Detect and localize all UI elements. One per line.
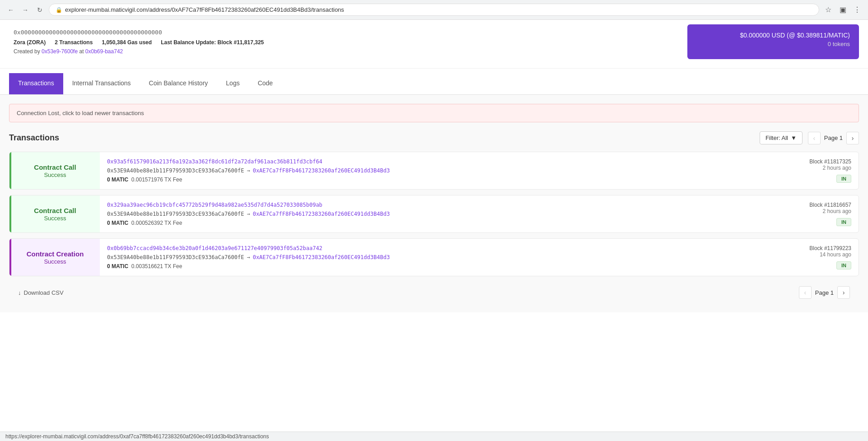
tx-direction-3: IN — [836, 261, 851, 269]
tx-from-1: 0x53E9A40be88e1b11F979593D3cE9336aCa7600… — [107, 167, 244, 174]
address-bar-url: explorer-mumbai.maticvigil.com/address/0… — [65, 6, 812, 13]
transactions-header: Transactions Filter: All ▼ ‹ Page 1 › — [9, 131, 859, 144]
tx-badge-1: Contract Call Success — [9, 152, 100, 189]
reload-button[interactable]: ↻ — [34, 5, 45, 15]
contract-created: Created by 0x53e9-7600fe at 0x0b69-baa74… — [14, 48, 683, 55]
browser-chrome: ← → ↻ 🔒 explorer-mumbai.maticvigil.com/a… — [0, 0, 868, 20]
tx-to-link-3[interactable]: 0xAE7Ca7fF8Fb46172383260af260EC491dd3B4B… — [253, 254, 390, 260]
connection-banner[interactable]: Connection Lost, click to load newer tra… — [9, 104, 859, 122]
chevron-down-icon: ▼ — [791, 135, 797, 141]
tx-badge-subtitle-2: Success — [44, 215, 66, 222]
tab-code[interactable]: Code — [249, 73, 282, 94]
tx-block-3: Block #11799223 — [809, 245, 851, 251]
tx-from-to-1: 0x53E9A40be88e1b11F979593D3cE9336aCa7600… — [107, 167, 779, 174]
tx-block-top-2: Block #11816657 2 hours ago — [809, 202, 851, 214]
extensions-button[interactable]: ▣ — [837, 5, 848, 15]
tx-time-1: 2 hours ago — [809, 165, 851, 171]
tx-hash-link-2[interactable]: 0x329aa39aec96cb19cbfc45772b529f9d48a982… — [107, 202, 322, 208]
tab-transactions[interactable]: Transactions — [9, 73, 63, 94]
tx-meta-1: Block #11817325 2 hours ago IN — [786, 152, 859, 189]
tx-hash-2: 0x329aa39aec96cb19cbfc45772b529f9d48a982… — [107, 202, 779, 208]
tx-matic-2: 0 MATIC — [107, 220, 128, 226]
tx-amount-2: 0 MATIC 0.000526392 TX Fee — [107, 220, 779, 226]
tx-hash-3: 0x0b69bb7ccacd94b34c6e3b20a0f1d46203a9e6… — [107, 245, 779, 251]
page-wrapper: 0x00000000000000000000000000000000000000… — [0, 20, 868, 440]
tx-badge-title-2: Contract Call — [34, 206, 76, 215]
prev-page-button-top[interactable]: ‹ — [808, 132, 821, 144]
tx-badge-subtitle-3: Success — [44, 258, 66, 265]
prev-page-button-bottom[interactable]: ‹ — [799, 286, 812, 299]
gas-used: 1,050,384 Gas used — [102, 39, 152, 46]
footer-bar: ↓ Download CSV ‹ Page 1 › — [9, 282, 859, 303]
bottom-pagination: ‹ Page 1 › — [799, 286, 850, 299]
forward-button[interactable]: → — [20, 5, 31, 15]
page-label-bottom: Page 1 — [815, 289, 834, 296]
token-name: Zora (ZORA) — [14, 39, 46, 46]
contract-meta: Zora (ZORA) 2 Transactions 1,050,384 Gas… — [14, 39, 683, 46]
usd-value: $0.000000 USD (@ $0.389811/MATIC) — [696, 32, 850, 39]
address-bar[interactable]: 🔒 explorer-mumbai.maticvigil.com/address… — [49, 4, 819, 16]
tab-logs[interactable]: Logs — [217, 73, 248, 94]
tab-coin-balance-history[interactable]: Coin Balance History — [140, 73, 217, 94]
tx-amount-1: 0 MATIC 0.001571976 TX Fee — [107, 176, 779, 183]
header-right: Filter: All ▼ ‹ Page 1 › — [760, 131, 859, 144]
tx-details-2: 0x329aa39aec96cb19cbfc45772b529f9d48a982… — [100, 195, 786, 232]
tx-hash-link-1[interactable]: 0x93a5f61579016a213f6a192a3a362f8dc61df2… — [107, 158, 322, 165]
main-content: Connection Lost, click to load newer tra… — [0, 95, 868, 312]
tx-block-2: Block #11816657 — [809, 202, 851, 208]
tx-details-3: 0x0b69bb7ccacd94b34c6e3b20a0f1d46203a9e6… — [100, 239, 786, 276]
tx-matic-1: 0 MATIC — [107, 176, 128, 183]
balance-update: Last Balance Update: Block #11,817,325 — [161, 39, 264, 46]
top-pagination: ‹ Page 1 › — [808, 132, 859, 144]
download-csv-label: Download CSV — [24, 289, 64, 296]
tx-badge-2: Contract Call Success — [9, 195, 100, 232]
tx-meta-3: Block #11799223 14 hours ago IN — [786, 239, 859, 276]
creation-tx[interactable]: 0x0b69-baa742 — [85, 48, 123, 55]
tx-badge-3: Contract Creation Success — [9, 239, 100, 276]
tabs-bar: Transactions Internal Transactions Coin … — [0, 73, 868, 95]
bookmark-button[interactable]: ☆ — [823, 5, 834, 15]
tx-matic-3: 0 MATIC — [107, 263, 128, 269]
status-url: https://explorer-mumbai.maticvigil.com/a… — [5, 433, 269, 440]
next-page-button-bottom[interactable]: › — [837, 286, 850, 299]
tx-from-2: 0x53E9A40be88e1b11F979593D3cE9336aCa7600… — [107, 211, 244, 217]
tx-from-3: 0x53E9A40be88e1b11F979593D3cE9336aCa7600… — [107, 254, 244, 260]
tx-count: 2 Transactions — [55, 39, 93, 46]
tx-to-link-1[interactable]: 0xAE7Ca7fF8Fb46172383260af260EC491dd3B4B… — [253, 167, 390, 174]
filter-label: Filter: All — [765, 135, 788, 141]
transactions-title: Transactions — [9, 133, 59, 143]
tx-block-top-3: Block #11799223 14 hours ago — [809, 245, 851, 258]
arrow-icon-3: → — [247, 254, 250, 260]
tx-direction-2: IN — [836, 218, 851, 226]
tx-badge-title-1: Contract Call — [34, 163, 76, 172]
tx-time-3: 14 hours ago — [809, 251, 851, 258]
tx-fee-2: 0.000526392 TX Fee — [131, 220, 182, 226]
tx-hash-1: 0x93a5f61579016a213f6a192a3a362f8dc61df2… — [107, 158, 779, 165]
tx-details-1: 0x93a5f61579016a213f6a192a3a362f8dc61df2… — [100, 152, 786, 189]
tx-amount-3: 0 MATIC 0.003516621 TX Fee — [107, 263, 779, 269]
tx-block-top-1: Block #11817325 2 hours ago — [809, 158, 851, 171]
created-by-label: Created by — [14, 48, 40, 55]
tx-hash-link-3[interactable]: 0x0b69bb7ccacd94b34c6e3b20a0f1d46203a9e6… — [107, 245, 322, 251]
top-left: 0x00000000000000000000000000000000000000… — [9, 24, 687, 59]
table-row: Contract Call Success 0x329aa39aec96cb19… — [9, 195, 859, 233]
tx-block-1: Block #11817325 — [809, 158, 851, 165]
tx-from-to-3: 0x53E9A40be88e1b11F979593D3cE9336aCa7600… — [107, 254, 779, 260]
top-section: 0x00000000000000000000000000000000000000… — [0, 20, 868, 69]
tx-fee-1: 0.001571976 TX Fee — [131, 176, 182, 183]
download-icon: ↓ — [18, 289, 21, 296]
page-label-top: Page 1 — [824, 135, 843, 141]
arrow-icon-2: → — [247, 211, 250, 217]
arrow-icon-1: → — [247, 167, 250, 174]
balance-panel: $0.000000 USD (@ $0.389811/MATIC) 0 toke… — [687, 24, 859, 59]
tx-badge-subtitle-1: Success — [44, 172, 66, 178]
tx-to-link-2[interactable]: 0xAE7Ca7fF8Fb46172383260af260EC491dd3B4B… — [253, 211, 390, 217]
back-button[interactable]: ← — [5, 5, 16, 15]
menu-button[interactable]: ⋮ — [852, 5, 863, 15]
tab-internal-transactions[interactable]: Internal Transactions — [63, 73, 140, 94]
next-page-button-top[interactable]: › — [846, 132, 859, 144]
creator-addr[interactable]: 0x53e9-7600fe — [42, 48, 78, 55]
tx-from-to-2: 0x53E9A40be88e1b11F979593D3cE9336aCa7600… — [107, 211, 779, 217]
filter-button[interactable]: Filter: All ▼ — [760, 131, 803, 144]
download-csv-link[interactable]: ↓ Download CSV — [18, 289, 64, 296]
